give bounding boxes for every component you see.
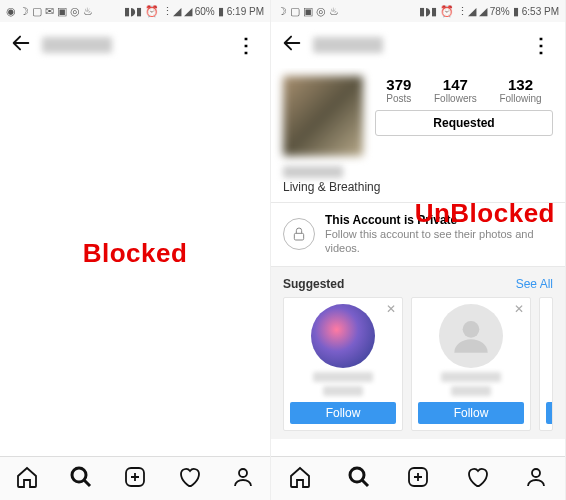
see-all-link[interactable]: See All (516, 277, 553, 291)
time-text: 6:19 PM (227, 6, 264, 17)
heart-icon[interactable] (465, 465, 489, 493)
profile-icon[interactable] (231, 465, 255, 493)
username (313, 37, 383, 53)
lock-icon (283, 218, 315, 250)
follow-button[interactable] (546, 402, 553, 424)
battery-text: 60% (195, 6, 215, 17)
battery-text: 78% (490, 6, 510, 17)
stat-following[interactable]: 132 Following (499, 76, 541, 104)
search-icon[interactable] (347, 465, 371, 493)
spotify-icon: ◉ (6, 6, 16, 17)
follow-button[interactable]: Follow (418, 402, 524, 424)
suggestion-card[interactable] (539, 297, 553, 431)
back-icon[interactable] (281, 32, 303, 58)
alarm-icon: ⏰ (145, 6, 159, 17)
heart-icon[interactable] (177, 465, 201, 493)
avatar (439, 304, 503, 368)
home-icon[interactable] (288, 465, 312, 493)
signal-icon: ◢ (479, 6, 487, 17)
signal-icon: ◢ (184, 6, 192, 17)
card-sub (451, 386, 491, 396)
moon-icon: ☽ (19, 6, 29, 17)
suggested-label: Suggested (283, 277, 344, 291)
card-sub (323, 386, 363, 396)
profile-icon[interactable] (524, 465, 548, 493)
close-icon[interactable]: ✕ (386, 302, 396, 316)
svg-point-7 (532, 469, 540, 477)
requested-button[interactable]: Requested (375, 110, 553, 136)
suggested-header: Suggested See All (271, 267, 565, 297)
moon-icon: ☽ (277, 6, 287, 17)
wifi-icon: ⋮◢ (457, 6, 476, 17)
status-bar: ☽ ▢ ▣ ◎ ♨ ▮◗▮ ⏰ ⋮◢ ◢ 78% ▮ 6:53 PM (271, 0, 565, 22)
flame-icon: ♨ (329, 6, 339, 17)
avatar[interactable] (283, 76, 363, 156)
suggestion-card[interactable]: ✕ Follow (411, 297, 531, 431)
phone-unblocked: ☽ ▢ ▣ ◎ ♨ ▮◗▮ ⏰ ⋮◢ ◢ 78% ▮ 6:53 PM ⋮ (271, 0, 566, 500)
app-icon: ▣ (57, 6, 67, 17)
avatar (311, 304, 375, 368)
username (42, 37, 112, 53)
battery-icon: ▮ (513, 6, 519, 17)
vibrate-icon: ▮◗▮ (124, 6, 142, 17)
follow-button[interactable]: Follow (290, 402, 396, 424)
app-bar: ⋮ (271, 22, 565, 68)
home-icon[interactable] (15, 465, 39, 493)
card-name (313, 372, 373, 382)
bottom-nav (0, 456, 270, 500)
close-icon[interactable]: ✕ (514, 302, 524, 316)
circle-icon: ◎ (316, 6, 326, 17)
time-text: 6:53 PM (522, 6, 559, 17)
message-icon: ▢ (32, 6, 42, 17)
svg-point-2 (239, 469, 247, 477)
alarm-icon: ⏰ (440, 6, 454, 17)
svg-point-0 (72, 468, 86, 482)
overlay-label: UnBlocked (415, 198, 555, 229)
wifi-icon: ⋮◢ (162, 6, 181, 17)
search-icon[interactable] (69, 465, 93, 493)
svg-point-5 (350, 468, 364, 482)
app-icon: ▣ (303, 6, 313, 17)
mail-icon: ✉ (45, 6, 54, 17)
overlay-label: Blocked (0, 238, 270, 269)
more-icon[interactable]: ⋮ (527, 33, 555, 57)
add-icon[interactable] (123, 465, 147, 493)
svg-point-4 (463, 321, 480, 338)
circle-icon: ◎ (70, 6, 80, 17)
stat-followers[interactable]: 147 Followers (434, 76, 477, 104)
phone-blocked: ◉ ☽ ▢ ✉ ▣ ◎ ♨ ▮◗▮ ⏰ ⋮◢ ◢ 60% ▮ 6:19 PM ⋮… (0, 0, 271, 500)
bottom-nav (271, 456, 565, 500)
suggestion-card[interactable]: ✕ Follow (283, 297, 403, 431)
back-icon[interactable] (10, 32, 32, 58)
add-icon[interactable] (406, 465, 430, 493)
flame-icon: ♨ (83, 6, 93, 17)
vibrate-icon: ▮◗▮ (419, 6, 437, 17)
more-icon[interactable]: ⋮ (232, 33, 260, 57)
stat-posts[interactable]: 379 Posts (386, 76, 411, 104)
card-name (441, 372, 501, 382)
message-icon: ▢ (290, 6, 300, 17)
display-name (283, 166, 343, 178)
stats-row: 379 Posts 147 Followers 132 Following (375, 76, 553, 104)
private-subtitle: Follow this account to see their photos … (325, 227, 553, 256)
app-bar: ⋮ (0, 22, 270, 68)
status-bar: ◉ ☽ ▢ ✉ ▣ ◎ ♨ ▮◗▮ ⏰ ⋮◢ ◢ 60% ▮ 6:19 PM (0, 0, 270, 22)
suggested-cards: ✕ Follow ✕ Follow (271, 297, 565, 439)
battery-icon: ▮ (218, 6, 224, 17)
svg-rect-3 (294, 234, 303, 241)
